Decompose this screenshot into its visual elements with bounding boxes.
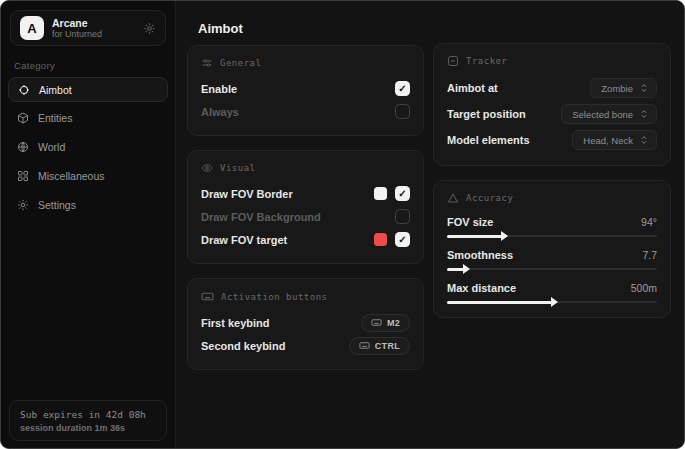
keyboard-icon [371,317,382,328]
setting-label: Max distance [447,282,516,294]
grid-icon [17,170,29,182]
brand-title: Arcane [52,17,135,29]
setting-row-fov-border: Draw FOV Border ✓ [201,182,410,205]
app-window: A Arcane for Unturned Category A [0,0,685,449]
tracker-card: Tracker Aimbot at Zombie [433,43,671,166]
sync-icon[interactable] [143,22,156,35]
sliders-icon [201,57,213,69]
sidebar-item-settings[interactable]: Settings [8,192,168,218]
crosshair-icon [18,84,30,96]
fov-target-checkbox[interactable]: ✓ [395,232,410,247]
session-duration-text: session duration 1m 36s [20,423,156,433]
dropdown-value: Head, Neck [583,135,633,146]
setting-row-always: Always [201,100,410,123]
card-title: Visual [220,163,256,173]
activation-card: Activation buttons First keybind M2 [187,278,424,370]
sidebar-item-aimbot[interactable]: Aimbot [8,77,168,102]
max-distance-slider[interactable] [447,301,657,303]
sidebar-item-label: Miscellaneous [38,170,105,182]
visual-card: Visual Draw FOV Border ✓ Draw FOV Backgr… [187,150,424,264]
accuracy-card: Accuracy FOV size 94° S [433,180,671,318]
slider-thumb[interactable] [463,264,470,274]
scan-icon [447,55,459,67]
setting-label: Model elements [447,134,530,146]
smoothness-slider[interactable] [447,268,657,270]
setting-row-max-distance: Max distance 500m [447,278,657,298]
triangle-icon [447,192,459,204]
setting-label: Enable [201,83,237,95]
setting-label: Draw FOV Border [201,188,293,200]
enable-checkbox[interactable]: ✓ [395,81,410,96]
first-keybind-button[interactable]: M2 [361,314,410,332]
slider-thumb[interactable] [501,231,508,241]
fov-size-value: 94° [641,216,657,228]
main-panel: Aimbot General Enable [176,1,684,448]
aimbot-at-dropdown[interactable]: Zombie [590,78,657,98]
sidebar-item-label: Settings [38,199,76,211]
setting-label: First keybind [201,317,269,329]
keyboard-icon [359,340,370,351]
model-elements-dropdown[interactable]: Head, Neck [572,130,657,150]
setting-row-fov-size: FOV size 94° [447,212,657,232]
setting-row-enable: Enable ✓ [201,77,410,100]
sub-expiry-text: Sub expires in 42d 08h [20,409,156,420]
card-title: Accuracy [466,193,513,203]
unfold-icon [639,135,649,145]
brand-text: Arcane for Unturned [52,17,135,39]
second-keybind-button[interactable]: CTRL [349,337,410,355]
always-checkbox[interactable] [395,104,410,119]
unfold-icon [639,83,649,93]
slider-thumb[interactable] [551,297,558,307]
target-position-dropdown[interactable]: Selected bone [561,104,657,124]
cube-icon [17,112,29,124]
card-title: Tracker [466,56,507,66]
setting-row-first-keybind: First keybind M2 [201,311,410,334]
sidebar-item-label: Entities [38,112,72,124]
color-swatch[interactable] [374,233,387,246]
unfold-icon [639,109,649,119]
dropdown-value: Zombie [601,83,633,94]
setting-row-model-elements: Model elements Head, Neck [447,127,657,153]
setting-label: Smoothness [447,249,513,261]
setting-label: Aimbot at [447,82,498,94]
setting-label: Second keybind [201,340,285,352]
sidebar-item-entities[interactable]: Entities [8,105,168,131]
sidebar-item-label: Aimbot [39,84,72,96]
sidebar-nav: Aimbot Entities World [1,77,175,221]
page-title: Aimbot [198,21,243,36]
smoothness-value: 7.7 [642,249,657,261]
fov-size-slider[interactable] [447,235,657,237]
brand-card: A Arcane for Unturned [10,10,166,46]
setting-row-aimbot-at: Aimbot at Zombie [447,75,657,101]
card-title: Activation buttons [221,292,328,302]
setting-row-fov-background: Draw FOV Background [201,205,410,228]
setting-row-second-keybind: Second keybind CTRL [201,334,410,357]
setting-row-fov-target: Draw FOV target ✓ [201,228,410,251]
sidebar-item-miscellaneous[interactable]: Miscellaneous [8,163,168,189]
gear-icon [17,199,29,211]
general-card: General Enable ✓ Always [187,45,424,136]
setting-row-target-position: Target position Selected bone [447,101,657,127]
setting-label: Draw FOV target [201,234,287,246]
setting-label: Draw FOV Background [201,211,321,223]
sidebar-item-label: World [38,141,65,153]
card-title: General [220,58,261,68]
setting-row-smoothness: Smoothness 7.7 [447,245,657,265]
subscription-status-card: Sub expires in 42d 08h session duration … [9,400,167,441]
globe-icon [17,141,29,153]
keyboard-icon [201,290,214,303]
keybind-value: M2 [387,318,400,328]
keybind-value: CTRL [375,341,400,351]
setting-label: FOV size [447,216,493,228]
setting-label: Always [201,106,239,118]
category-label: Category [14,60,175,71]
sidebar-item-world[interactable]: World [8,134,168,160]
setting-label: Target position [447,108,526,120]
max-distance-value: 500m [631,282,657,294]
brand-logo: A [20,16,44,40]
fov-border-checkbox[interactable]: ✓ [395,186,410,201]
fov-background-checkbox[interactable] [395,209,410,224]
color-swatch[interactable] [374,187,387,200]
brand-subtitle: for Unturned [52,29,135,39]
eye-icon [201,162,213,174]
